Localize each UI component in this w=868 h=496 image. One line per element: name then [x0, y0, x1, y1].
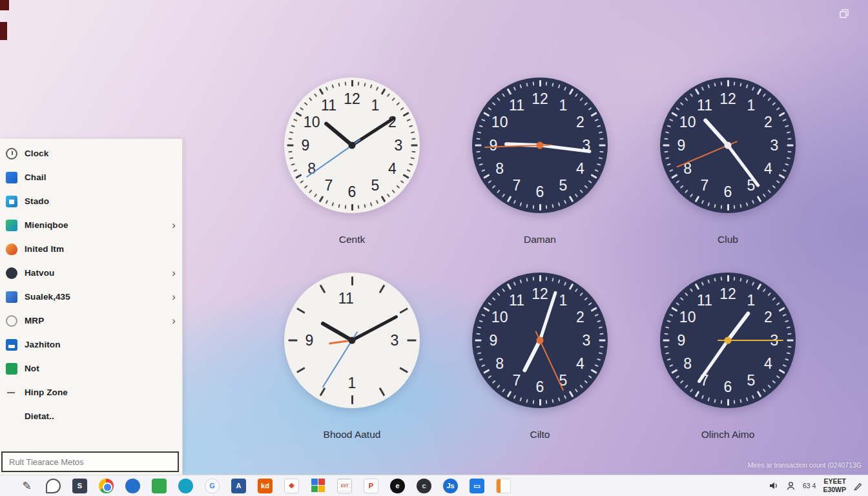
- tick-mark: [597, 163, 601, 166]
- clock-numeral: 6: [348, 183, 356, 201]
- menu-item-hinp-zone[interactable]: Hinp Zone: [0, 380, 182, 404]
- pen-icon[interactable]: ✎: [19, 479, 34, 493]
- clock-numeral: 4: [388, 160, 397, 178]
- volume-icon[interactable]: [769, 480, 779, 491]
- teal-ball-icon[interactable]: [178, 479, 193, 493]
- clock-label: Daman: [472, 234, 608, 245]
- messenger-tile-icon[interactable]: ▭: [470, 479, 484, 493]
- tick-mark: [727, 399, 729, 406]
- tick-mark: [665, 131, 669, 133]
- tick-mark: [409, 163, 413, 166]
- menu-item-not[interactable]: Not: [0, 356, 182, 380]
- tick-mark: [680, 380, 684, 384]
- tray-status-text[interactable]: 63 4: [803, 482, 816, 490]
- tick-mark: [338, 83, 340, 87]
- minute-hand: [727, 144, 760, 187]
- tick-mark: [483, 174, 490, 179]
- store-icon: [6, 196, 17, 207]
- menu-item-hatvou[interactable]: Hatvou›: [0, 261, 182, 285]
- dark-app-icon[interactable]: S: [72, 479, 87, 493]
- tick-mark: [507, 391, 512, 397]
- tick-mark: [552, 83, 553, 87]
- tick-mark: [408, 340, 417, 342]
- clock-numeral: 6: [536, 378, 544, 396]
- tick-mark: [787, 145, 794, 147]
- tick-mark: [320, 285, 326, 294]
- menu-item-label: Hinp Zone: [25, 388, 68, 397]
- tick-mark: [513, 87, 516, 90]
- kd-tile-icon[interactable]: kd: [258, 479, 273, 493]
- clock-numeral: 9: [302, 137, 310, 154]
- p-tile-icon[interactable]: P: [364, 479, 378, 493]
- notebook-icon[interactable]: [496, 479, 511, 493]
- menu-item-chail[interactable]: Chail: [0, 165, 182, 189]
- menu-item-mieniqboe[interactable]: Mieniqboe›: [0, 213, 182, 237]
- menu-item-mrp[interactable]: MRP›: [0, 309, 182, 333]
- tick-mark: [671, 307, 677, 312]
- tick-mark: [564, 87, 566, 90]
- clock-widget-5: 121234567891011Cilto: [472, 273, 608, 440]
- pen-cursor-icon[interactable]: [853, 481, 863, 491]
- clock-numeral: 2: [764, 114, 772, 131]
- tick-mark: [314, 93, 317, 97]
- google-icon[interactable]: G: [205, 479, 220, 493]
- menu-item-inited-itm[interactable]: Inited Itm: [0, 237, 182, 261]
- menu-item-label: Stado: [25, 196, 49, 206]
- watermark-text: Mires ar transaction count (0240713G: [748, 461, 862, 469]
- clock-numeral: 3: [583, 332, 591, 349]
- tick-mark: [707, 397, 710, 401]
- tick-mark: [680, 297, 684, 301]
- none-icon: [6, 411, 17, 422]
- tick-mark: [714, 399, 716, 403]
- tick-mark: [291, 163, 295, 166]
- tick-mark: [575, 93, 578, 97]
- tick-mark: [379, 388, 386, 397]
- tick-mark: [479, 125, 483, 127]
- tick-mark: [757, 284, 762, 290]
- clock-numeral: 8: [495, 355, 504, 373]
- chat-bubble-icon[interactable]: [46, 479, 61, 493]
- menu-item-dietat-[interactable]: Dietat..: [0, 404, 182, 428]
- clock-numeral: 1: [559, 291, 568, 309]
- search-input[interactable]: [1, 451, 179, 472]
- tray-clock[interactable]: EYEET E30WP: [823, 477, 846, 493]
- js-ball-icon[interactable]: Js: [443, 479, 458, 493]
- green-tile-icon[interactable]: [152, 479, 167, 493]
- blue-ball-icon[interactable]: [125, 479, 140, 493]
- tick-mark: [488, 375, 491, 378]
- tick-mark: [291, 125, 295, 127]
- blue-icon: [6, 291, 17, 303]
- tick-mark: [539, 204, 541, 211]
- tick-mark: [599, 138, 603, 140]
- tick-mark: [676, 107, 679, 110]
- tick-mark: [526, 204, 528, 208]
- menu-item-sualek-435[interactable]: Sualek,435›: [0, 285, 182, 309]
- tick-mark: [701, 200, 704, 204]
- tick-mark: [399, 367, 408, 373]
- tick-mark: [721, 276, 723, 280]
- tick-mark: [376, 200, 378, 204]
- people-icon[interactable]: [786, 481, 796, 491]
- dark-ball-icon[interactable]: c: [417, 479, 431, 493]
- tick-mark: [714, 204, 716, 208]
- chrome-icon[interactable]: [99, 479, 114, 493]
- sheet-icon[interactable]: EST: [337, 479, 352, 493]
- menu-item-stado[interactable]: Stado: [0, 189, 182, 213]
- tick-mark: [746, 202, 749, 206]
- menu-item-jazhiton[interactable]: Jazhiton: [0, 333, 182, 356]
- clock-numeral: 10: [304, 114, 320, 131]
- tick-mark: [757, 88, 762, 95]
- clock-numeral: 8: [683, 355, 692, 373]
- menu-item-clock[interactable]: Clock: [0, 141, 182, 165]
- e-ball-icon[interactable]: e: [390, 479, 405, 493]
- tick-mark: [785, 320, 789, 322]
- tick-mark: [584, 380, 588, 384]
- photos-tile-icon[interactable]: ❖: [284, 479, 299, 493]
- tick-mark: [477, 326, 481, 328]
- clock-numeral: 12: [719, 285, 736, 303]
- grid-cell: [318, 479, 325, 485]
- tick-mark: [763, 93, 766, 97]
- word-tile-icon[interactable]: A: [231, 479, 246, 493]
- clock-numeral: 12: [532, 285, 548, 303]
- grid-icon[interactable]: [311, 479, 326, 493]
